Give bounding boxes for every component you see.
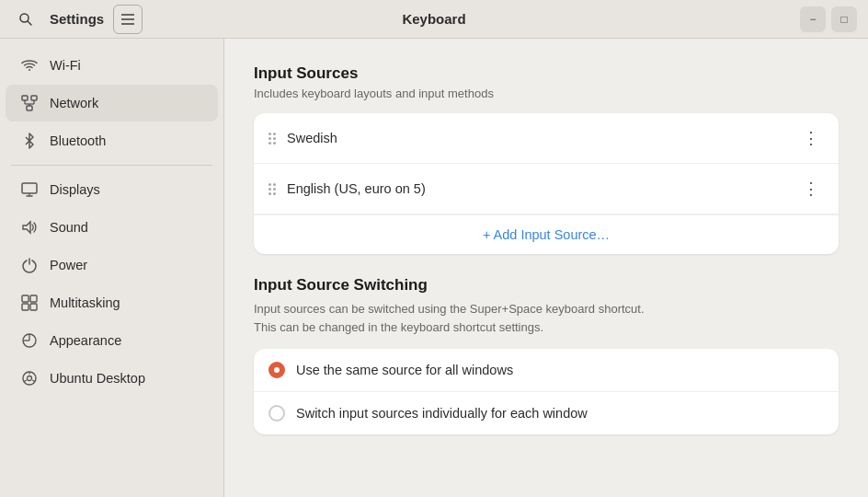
search-button[interactable] [11, 5, 40, 34]
sidebar-item-sound-label: Sound [50, 220, 88, 235]
main-panel: Input Sources Includes keyboard layouts … [224, 39, 868, 497]
drag-handle-swedish[interactable] [268, 133, 276, 144]
radio-row-individual[interactable]: Switch input sources individually for ea… [254, 392, 839, 434]
input-sources-card: Swedish ⋮ English (US, euro on 5) ⋮ + Ad… [254, 113, 839, 254]
add-input-source-button[interactable]: + Add Input Source… [254, 214, 839, 254]
hamburger-icon [121, 14, 134, 25]
input-switching-card: Use the same source for all windows Swit… [254, 349, 839, 434]
sidebar-separator-1 [11, 165, 212, 166]
svg-rect-19 [22, 304, 29, 310]
drag-handle-english[interactable] [268, 183, 276, 195]
titlebar-left: Settings [11, 5, 143, 34]
sidebar-item-power[interactable]: Power [6, 247, 218, 283]
sidebar-item-displays[interactable]: Displays [6, 171, 218, 208]
sound-icon [20, 218, 39, 237]
maximize-button[interactable]: □ [831, 6, 857, 32]
sidebar-item-network-label: Network [50, 96, 98, 110]
radio-individual-label: Switch input sources individually for ea… [296, 406, 588, 421]
menu-button[interactable] [113, 5, 143, 34]
sidebar-item-multitasking[interactable]: Multitasking [6, 284, 218, 321]
svg-rect-13 [22, 183, 37, 193]
svg-line-1 [28, 21, 31, 25]
ubuntu-icon [20, 369, 39, 387]
svg-rect-18 [30, 295, 37, 302]
input-sources-subtitle: Includes keyboard layouts and input meth… [254, 87, 839, 100]
svg-line-26 [32, 380, 34, 381]
input-switching-desc: Input sources can be switched using the … [254, 300, 839, 336]
sidebar-item-multitasking-label: Multitasking [50, 295, 120, 310]
sidebar-item-bluetooth[interactable]: Bluetooth [6, 122, 218, 159]
content: Wi-Fi Network Bl [0, 39, 868, 497]
displays-icon [20, 180, 39, 199]
input-source-swedish-menu[interactable]: ⋮ [798, 125, 824, 151]
svg-rect-7 [31, 96, 37, 100]
bluetooth-icon [20, 132, 39, 150]
input-switching-title: Input Source Switching [254, 276, 839, 295]
sidebar-item-appearance[interactable]: Appearance [6, 322, 218, 359]
sidebar-item-power-label: Power [50, 258, 87, 272]
search-icon [18, 12, 33, 27]
input-source-english-menu[interactable]: ⋮ [798, 176, 824, 202]
sidebar-item-ubuntu-label: Ubuntu Desktop [50, 371, 145, 386]
svg-point-23 [28, 376, 32, 381]
svg-line-25 [25, 380, 27, 381]
appearance-icon [20, 331, 39, 350]
page-title: Keyboard [402, 11, 465, 27]
network-icon [20, 94, 39, 112]
sidebar-item-displays-label: Displays [50, 182, 100, 197]
app-title: Settings [50, 11, 104, 27]
svg-marker-16 [23, 222, 30, 233]
radio-row-same-source[interactable]: Use the same source for all windows [254, 349, 839, 392]
svg-rect-17 [22, 295, 29, 302]
svg-point-5 [29, 69, 30, 71]
input-source-swedish-label: Swedish [287, 131, 787, 145]
sidebar-item-wifi-label: Wi-Fi [50, 58, 81, 73]
multitasking-icon [20, 294, 39, 312]
svg-rect-6 [22, 96, 28, 100]
input-source-row-swedish: Swedish ⋮ [254, 113, 839, 164]
sidebar-item-ubuntu-desktop[interactable]: Ubuntu Desktop [6, 360, 218, 397]
sidebar: Wi-Fi Network Bl [0, 39, 224, 497]
sidebar-item-network[interactable]: Network [6, 85, 218, 121]
sidebar-item-wifi[interactable]: Wi-Fi [6, 47, 218, 84]
minimize-button[interactable]: − [800, 6, 826, 32]
input-source-english-label: English (US, euro on 5) [287, 181, 787, 196]
sidebar-item-bluetooth-label: Bluetooth [50, 133, 106, 148]
input-sources-title: Input Sources [254, 64, 839, 83]
sidebar-item-appearance-label: Appearance [50, 333, 121, 348]
wifi-icon [20, 56, 39, 75]
svg-rect-20 [30, 304, 37, 310]
sidebar-item-sound[interactable]: Sound [6, 209, 218, 246]
input-source-row-english: English (US, euro on 5) ⋮ [254, 164, 839, 214]
radio-same-source[interactable] [268, 362, 285, 378]
titlebar-right: − □ [800, 6, 857, 32]
svg-rect-8 [27, 106, 32, 110]
titlebar: Settings Keyboard − □ [0, 0, 868, 39]
power-icon [20, 256, 39, 274]
radio-individual[interactable] [268, 405, 285, 422]
radio-same-source-label: Use the same source for all windows [296, 363, 513, 377]
